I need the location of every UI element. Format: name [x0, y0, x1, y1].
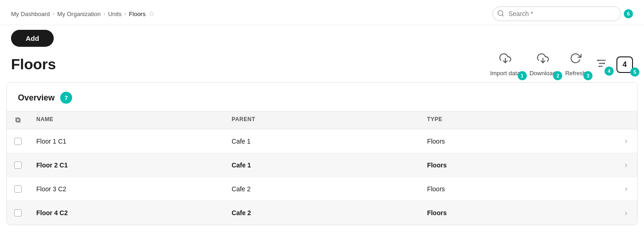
count-badge-wrapper: 4 5: [616, 56, 633, 73]
row-1-checkbox[interactable]: [14, 138, 22, 145]
breadcrumb: My Dashboard › My Organization › Units ›…: [11, 10, 154, 18]
row-2-type: Floors: [420, 155, 615, 175]
row-3-checkbox-cell: [7, 185, 29, 193]
breadcrumb-my-dashboard[interactable]: My Dashboard: [11, 11, 50, 17]
th-actions: [615, 116, 637, 124]
page-title: Floors: [11, 56, 56, 73]
row-4-type: Floors: [420, 203, 615, 223]
refresh-icon: [570, 52, 582, 67]
search-icon: [497, 10, 504, 18]
favorite-star-icon[interactable]: ☆: [148, 10, 154, 18]
import-badge: 1: [518, 71, 527, 80]
import-icon: [499, 52, 511, 67]
filter-badge: 4: [604, 67, 614, 76]
th-type: TYPE: [420, 116, 615, 124]
breadcrumb-sep-3: ›: [124, 11, 126, 17]
svg-point-8: [604, 62, 605, 64]
row-3-name: Floor 3 C2: [29, 179, 224, 199]
table-row: Floor 3 C2 Cafe 2 Floors ›: [7, 177, 637, 201]
refresh-badge: 3: [583, 71, 593, 80]
row-1-chevron[interactable]: ›: [615, 136, 637, 146]
row-1-parent: Cafe 1: [224, 131, 419, 151]
row-3-type: Floors: [420, 179, 615, 199]
row-3-parent: Cafe 2: [224, 179, 419, 199]
row-4-chevron[interactable]: ›: [615, 208, 637, 218]
breadcrumb-units[interactable]: Units: [108, 11, 122, 17]
breadcrumb-sep-2: ›: [103, 11, 105, 17]
svg-point-9: [599, 65, 600, 67]
row-2-checkbox[interactable]: [14, 161, 22, 169]
th-name: NAME: [29, 116, 224, 124]
row-1-name: Floor 1 C1: [29, 131, 224, 151]
filter-button[interactable]: 4: [595, 57, 607, 72]
table-header: ⧉ NAME PARENT TYPE: [7, 111, 637, 129]
svg-line-1: [502, 15, 503, 16]
search-input[interactable]: [492, 6, 621, 21]
table-row: Floor 4 C2 Cafe 2 Floors ›: [7, 201, 637, 225]
overview-title: Overview: [18, 93, 55, 103]
row-4-checkbox-cell: [7, 209, 29, 217]
table-row: Floor 2 C1 Cafe 1 Floors ›: [7, 153, 637, 177]
import-label: Import data: [490, 70, 520, 77]
row-1-checkbox-cell: [7, 138, 29, 145]
row-1-type: Floors: [420, 131, 615, 151]
row-2-parent: Cafe 1: [224, 155, 419, 175]
toolbar-actions: Import data 1 Download 2 Refresh 3: [490, 52, 633, 77]
row-2-checkbox-cell: [7, 161, 29, 169]
download-button[interactable]: Download 2: [530, 52, 556, 77]
download-badge: 2: [553, 71, 562, 80]
svg-point-7: [598, 59, 599, 61]
table-row: Floor 1 C1 Cafe 1 Floors ›: [7, 129, 637, 153]
download-icon: [537, 52, 549, 67]
import-data-button[interactable]: Import data 1: [490, 52, 520, 77]
overview-badge: 7: [60, 92, 72, 104]
row-2-name: Floor 2 C1: [29, 155, 224, 175]
row-4-name: Floor 4 C2: [29, 203, 224, 223]
page-header: Floors Import data 1 Download 2: [0, 49, 644, 82]
table-wrapper: ⧉ NAME PARENT TYPE Floor 1 C1 Cafe 1 Flo…: [7, 111, 637, 225]
row-3-chevron[interactable]: ›: [615, 184, 637, 194]
breadcrumb-sep-1: ›: [53, 11, 55, 17]
overview-header: Overview 7: [7, 83, 637, 111]
search-badge: 6: [624, 9, 633, 18]
main-content: Overview 7 ⧉ NAME PARENT TYPE Floor 1 C1…: [0, 82, 644, 232]
download-label: Download: [530, 70, 556, 77]
th-checkbox: ⧉: [7, 116, 29, 124]
refresh-button[interactable]: Refresh 3: [565, 52, 586, 77]
breadcrumb-my-organization[interactable]: My Organization: [57, 11, 101, 17]
count-box-badge: 5: [630, 67, 639, 77]
add-button[interactable]: Add: [11, 30, 54, 47]
breadcrumb-floors: Floors: [129, 11, 146, 17]
th-parent: PARENT: [224, 116, 419, 124]
row-4-checkbox[interactable]: [14, 209, 22, 217]
row-4-parent: Cafe 2: [224, 203, 419, 223]
copy-all-icon[interactable]: ⧉: [15, 116, 21, 124]
row-3-checkbox[interactable]: [14, 185, 22, 193]
toolbar-row: Add: [0, 25, 644, 49]
search-wrapper: 6: [492, 6, 633, 21]
top-bar: My Dashboard › My Organization › Units ›…: [0, 0, 644, 25]
row-2-chevron[interactable]: ›: [615, 160, 637, 170]
overview-card: Overview 7 ⧉ NAME PARENT TYPE Floor 1 C1…: [6, 82, 638, 225]
